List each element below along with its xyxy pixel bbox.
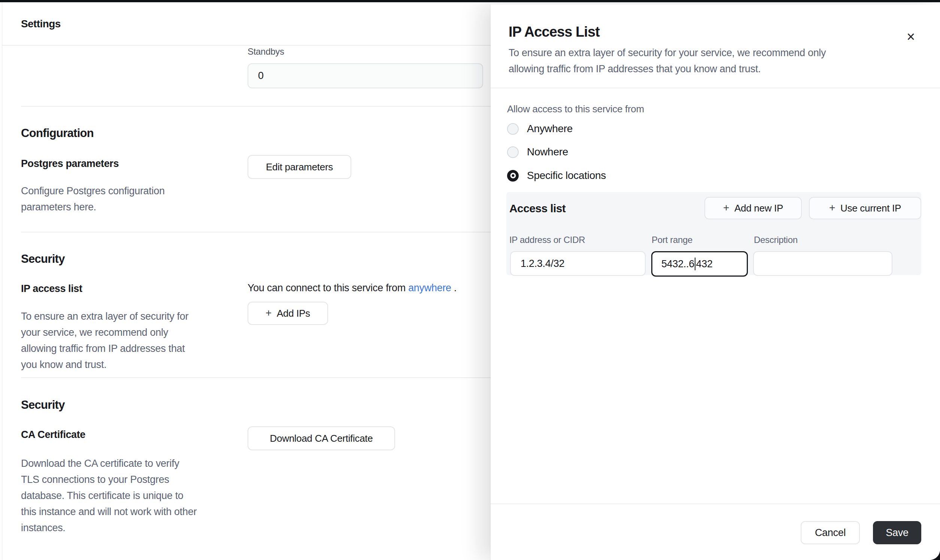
security-ca-heading: Security xyxy=(21,398,65,412)
ip-access-description: To ensure an extra layer of security for… xyxy=(21,308,188,373)
port-range-input[interactable]: 5432..6432 xyxy=(651,251,748,277)
radio-nowhere-label: Nowhere xyxy=(527,146,568,158)
description-input[interactable] xyxy=(753,251,892,276)
column-ip-address: IP address or CIDR xyxy=(509,235,585,245)
app-window: Settings Standbys 0 Configuration Postgr… xyxy=(0,2,940,560)
save-label: Save xyxy=(886,527,908,538)
radio-specific-locations-label: Specific locations xyxy=(527,169,606,182)
cancel-label: Cancel xyxy=(815,527,846,538)
standbys-label: Standbys xyxy=(248,46,284,57)
download-ca-certificate-button[interactable]: Download CA Certificate xyxy=(248,426,395,450)
ca-certificate-description: Download the CA certificate to verify TL… xyxy=(21,455,197,536)
text-cursor xyxy=(695,257,696,270)
port-value-after-cursor: 432 xyxy=(696,258,712,270)
drawer-title: IP Access List xyxy=(509,24,599,40)
download-ca-label: Download CA Certificate xyxy=(270,433,373,444)
connect-text-before: You can connect to this service from xyxy=(248,282,408,294)
column-port-range: Port range xyxy=(652,235,692,245)
add-new-ip-label: Add new IP xyxy=(734,203,783,214)
security-heading: Security xyxy=(21,252,65,266)
radio-anywhere[interactable]: Anywhere xyxy=(507,121,573,136)
plus-icon: + xyxy=(829,203,835,213)
save-button[interactable]: Save xyxy=(873,521,921,544)
allow-access-label: Allow access to this service from xyxy=(507,103,644,115)
radio-anywhere-label: Anywhere xyxy=(527,123,573,135)
postgres-parameters-label: Postgres parameters xyxy=(21,158,119,169)
add-ips-button[interactable]: + Add IPs xyxy=(248,302,328,325)
page-title: Settings xyxy=(21,18,61,30)
ip-address-value: 1.2.3.4/32 xyxy=(521,258,564,269)
radio-circle-icon xyxy=(507,123,519,135)
add-new-ip-button[interactable]: + Add new IP xyxy=(704,197,802,219)
divider xyxy=(491,503,940,504)
radio-selected-icon xyxy=(507,170,519,182)
connect-sentence: You can connect to this service from any… xyxy=(248,282,456,294)
configuration-heading: Configuration xyxy=(21,126,94,140)
radio-circle-icon xyxy=(507,146,519,158)
window-left-border xyxy=(2,2,2,560)
ip-address-input[interactable]: 1.2.3.4/32 xyxy=(510,251,646,276)
close-icon[interactable]: × xyxy=(900,26,921,47)
drawer-subtitle: To ensure an extra layer of security for… xyxy=(509,45,826,77)
edit-parameters-label: Edit parameters xyxy=(266,162,333,173)
plus-icon: + xyxy=(723,203,729,213)
edit-parameters-button[interactable]: Edit parameters xyxy=(248,155,351,179)
column-description: Description xyxy=(754,235,798,245)
configuration-description: Configure Postgres configuration paramet… xyxy=(21,183,165,215)
access-list-heading: Access list xyxy=(509,202,566,215)
add-ips-label: Add IPs xyxy=(277,308,310,319)
ca-certificate-label: CA Certificate xyxy=(21,429,85,441)
radio-nowhere[interactable]: Nowhere xyxy=(507,145,568,160)
standbys-input[interactable]: 0 xyxy=(248,63,483,88)
ip-access-list-label: IP access list xyxy=(21,283,82,295)
connect-text-after: . xyxy=(451,282,456,294)
radio-specific-locations[interactable]: Specific locations xyxy=(507,168,606,183)
divider xyxy=(491,88,940,88)
use-current-ip-label: Use current IP xyxy=(840,203,901,214)
standbys-value: 0 xyxy=(258,70,264,82)
plus-icon: + xyxy=(265,308,271,318)
port-value-before-cursor: 5432..6 xyxy=(661,258,694,270)
cancel-button[interactable]: Cancel xyxy=(801,521,860,544)
ip-access-list-drawer: IP Access List × To ensure an extra laye… xyxy=(491,5,940,560)
anywhere-link[interactable]: anywhere xyxy=(408,282,451,294)
use-current-ip-button[interactable]: + Use current IP xyxy=(809,197,921,219)
